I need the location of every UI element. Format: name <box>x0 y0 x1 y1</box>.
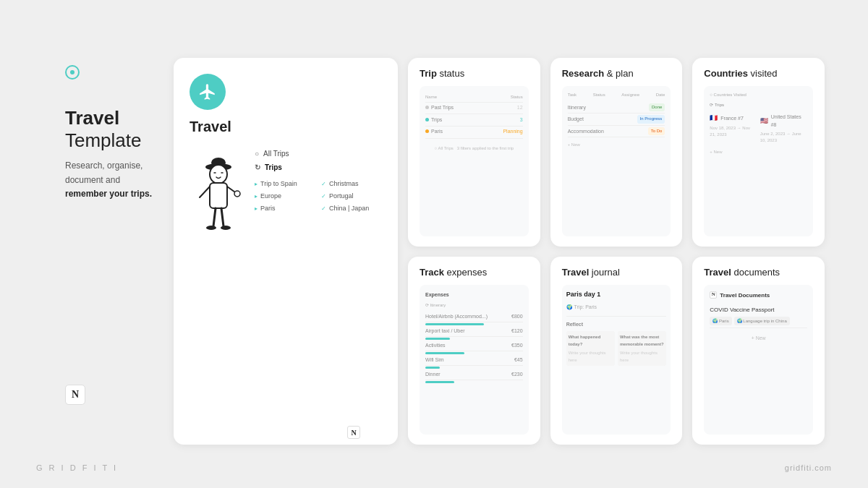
check-1: ▸ <box>255 181 258 187</box>
svg-rect-5 <box>210 183 227 208</box>
sub-item-paris: ▸ Paris <box>255 203 315 213</box>
docs-content: N Travel Documents COVID Vaccine Passpor… <box>710 291 807 343</box>
research-footer: + New <box>568 142 665 149</box>
france-dates: Nov 18, 2023 → Nov 21, 2023 <box>710 125 757 139</box>
track-expenses-card: Track expenses Expenses ⟳ Itinerary Hote… <box>408 257 540 445</box>
journal-divider <box>566 316 667 317</box>
person-illustration <box>190 147 247 241</box>
svg-point-8 <box>234 191 240 197</box>
expense-row-5: Dinner€230 <box>425 369 523 380</box>
check-5: ▸ <box>255 205 258 212</box>
countries-trips-label: ⟳ Trips <box>710 102 807 109</box>
journal-reflect-cols: What happened today? Write your thoughts… <box>566 331 667 367</box>
usa-dates: June 2, 2023 → June 10, 2023 <box>760 131 807 145</box>
status-row-1: Past Trips 12 <box>425 103 523 115</box>
sub-items: ▸ Trip to Spain ✓ Christmas ▸ Europe ✓ <box>255 179 382 213</box>
docs-section-heading: N Travel Documents <box>710 291 807 301</box>
research-row-3: Accommodation To Do <box>568 126 665 138</box>
check-3: ▸ <box>255 193 258 200</box>
check-6: ✓ <box>321 205 326 212</box>
journal-preview: Paris day 1 🌍 Trip: Paris Reflect What h… <box>562 285 671 435</box>
doc-tags: 🌍 Paris 🌍 Language trip in China <box>710 317 807 325</box>
docs-add[interactable]: + New <box>710 334 807 343</box>
sub-item-china: ✓ China | Japan <box>321 203 382 213</box>
countries-menu: ○ Countries Visited <box>710 92 807 99</box>
research-card: Research & plan TaskStatusAssigneeDate I… <box>550 58 683 247</box>
tag-todo: To Do <box>648 127 665 136</box>
sub-item-spain: ▸ Trip to Spain <box>255 179 315 189</box>
trip-status-content: Name Status Past Trips 12 Trips 3 Paris … <box>425 92 523 152</box>
docs-preview: N Travel Documents COVID Vaccine Passpor… <box>704 285 813 435</box>
doc-tag-china: 🌍 Language trip in China <box>734 317 790 325</box>
main-travel-card: Travel <box>174 58 398 445</box>
france-flag: 🇫🇷 <box>710 113 718 123</box>
travel-figure: ○ All Trips ↻ Trips ▸ Trip to Spain ✓ <box>190 147 382 241</box>
expenses-content: Expenses ⟳ Itinerary Hotel/Airbnb (Accom… <box>425 291 523 384</box>
svg-point-2 <box>210 165 227 184</box>
docs-notion-icon: N <box>710 291 717 299</box>
svg-point-12 <box>221 226 231 230</box>
country-usa: 🇺🇸 United States #8 June 2, 2023 → June … <box>760 111 807 145</box>
countries-card: Countries visited ○ Countries Visited ⟳ … <box>692 58 825 247</box>
reflect-item-1: What happened today? Write your thoughts… <box>566 331 615 367</box>
usa-flag: 🇺🇸 <box>760 116 768 126</box>
reflect-item-2: What was the most memorable moment? Writ… <box>618 331 666 367</box>
research-row-2: Budget In Progress <box>568 114 665 126</box>
brand-right: gridfiti.com <box>785 463 832 472</box>
status-row-2: Trips 3 <box>425 114 523 127</box>
trips-icon: ↻ <box>255 163 260 171</box>
research-preview: TaskStatusAssigneeDate Itinerary Done Bu… <box>562 86 671 236</box>
status-footer: ○ All Trips 3 filters applied to the fir… <box>425 145 523 153</box>
countries-footer: + New <box>710 149 807 156</box>
menu-trips: ↻ Trips <box>255 160 382 174</box>
check-4: ✓ <box>321 193 326 200</box>
expense-row-4: Wifi Sim€45 <box>425 354 523 366</box>
product-title: Travel Template <box>65 107 152 152</box>
doc-item-1: COVID Vaccine Passport 🌍 Paris 🌍 Languag… <box>710 303 807 328</box>
cards-area: Travel <box>174 58 825 445</box>
expenses-title: Track expenses <box>420 267 529 278</box>
menu-all-trips: ○ All Trips <box>255 147 382 160</box>
svg-line-10 <box>221 208 224 226</box>
countries-preview: ○ Countries Visited ⟳ Trips 🇫🇷 France #7… <box>704 86 813 236</box>
page-container: Travel Template Research, organise, docu… <box>0 0 868 488</box>
expenses-preview: Expenses ⟳ Itinerary Hotel/Airbnb (Accom… <box>420 285 529 435</box>
title-block: Travel Template Research, organise, docu… <box>65 107 152 201</box>
sub-item-europe: ▸ Europe <box>255 191 315 201</box>
travel-icon <box>190 74 226 110</box>
notion-n-icon: N <box>65 385 85 405</box>
expenses-heading: Expenses <box>425 291 523 299</box>
expense-row-2: Airport taxi / Uber€120 <box>425 325 523 337</box>
travel-journal-card: Travel journal Paris day 1 🌍 Trip: Paris… <box>550 257 683 445</box>
research-content: TaskStatusAssigneeDate Itinerary Done Bu… <box>568 92 665 149</box>
tag-progress: In Progress <box>637 115 665 124</box>
svg-line-9 <box>213 208 216 226</box>
sub-item-christmas: ✓ Christmas <box>321 179 382 189</box>
svg-line-6 <box>200 187 210 197</box>
status-row-3: Paris Planning <box>425 127 523 139</box>
journal-content: Paris day 1 🌍 Trip: Paris Reflect What h… <box>562 285 671 371</box>
research-title: Research & plan <box>562 68 671 79</box>
trip-status-preview: Name Status Past Trips 12 Trips 3 Paris … <box>420 86 529 236</box>
tag-done: Done <box>649 103 665 112</box>
countries-title: Countries visited <box>704 68 813 79</box>
travel-documents-card: Travel documents N Travel Documents COVI… <box>692 257 825 445</box>
expense-row-1: Hotel/Airbnb (Accommod...)€800 <box>425 312 523 323</box>
circle-icon: ○ <box>255 150 259 158</box>
docs-title: Travel documents <box>704 267 813 278</box>
teal-dot <box>65 65 80 80</box>
menu-items: ○ All Trips ↻ Trips ▸ Trip to Spain ✓ <box>255 147 382 213</box>
research-row-1: Itinerary Done <box>568 102 665 114</box>
airplane-svg <box>198 82 217 101</box>
countries-grid: 🇫🇷 France #7 Nov 18, 2023 → Nov 21, 2023… <box>710 111 807 145</box>
doc-tag-paris: 🌍 Paris <box>710 317 731 325</box>
svg-point-11 <box>206 226 216 230</box>
journal-title: Travel journal <box>562 267 671 278</box>
expense-row-3: Activities€350 <box>425 340 523 351</box>
journal-detail: 🌍 Trip: Paris <box>566 303 667 312</box>
main-card-title: Travel <box>190 119 382 135</box>
journal-entry-title: Paris day 1 <box>566 289 667 300</box>
expenses-subheading: ⟳ Itinerary <box>425 301 523 309</box>
trip-status-title: Trip status <box>420 68 529 79</box>
trip-status-card: Trip status Name Status Past Trips 12 Tr… <box>408 58 540 247</box>
